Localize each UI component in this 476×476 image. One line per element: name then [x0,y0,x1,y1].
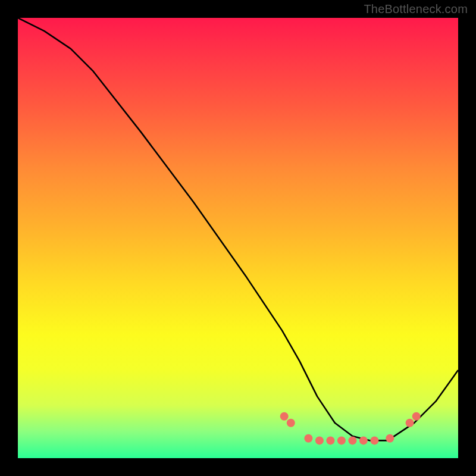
marker-dot [386,434,394,443]
marker-dot [370,436,378,444]
curve-line [18,18,458,440]
marker-dot [412,412,421,421]
marker-dot [359,436,368,444]
marker-dot [348,436,356,444]
chart-frame: TheBottleneck.com [0,0,476,476]
marker-dot [326,436,334,444]
watermark-text: TheBottleneck.com [364,2,468,16]
marker-dot [287,419,295,427]
chart-svg [18,18,458,458]
marker-dot [304,434,312,443]
marker-dot [337,436,346,444]
marker-dot [280,412,289,421]
marker-dots [280,412,421,445]
marker-dot [406,419,414,427]
marker-dot [315,436,324,444]
plot-area [18,18,458,458]
